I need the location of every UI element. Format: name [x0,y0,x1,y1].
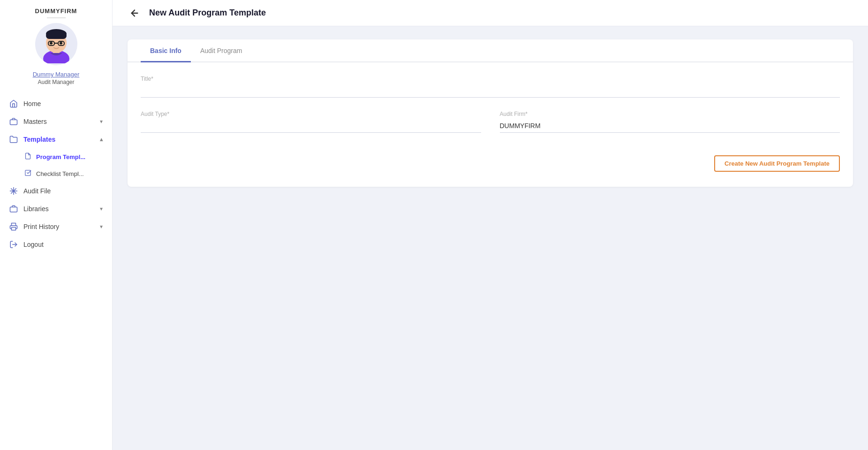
avatar-image [37,25,75,63]
audit-firm-field: Audit Firm* [500,111,840,133]
topbar: New Audit Program Template [113,0,868,26]
folder-icon [9,135,18,144]
sidebar-item-templates-label: Templates [23,136,94,143]
sidebar-item-templates[interactable]: Templates ▴ [0,130,112,148]
sidebar-item-program-templates-label: Program Templ... [36,153,85,160]
audit-firm-input[interactable] [500,119,840,133]
sidebar-item-print-history[interactable]: Print History ▾ [0,218,112,236]
form-row-audit: Audit Type* Audit Firm* [141,111,840,146]
page-title: New Audit Program Template [149,8,266,18]
sidebar-item-checklist-templates-label: Checklist Templ... [36,170,84,177]
svg-point-9 [60,42,62,45]
form-body: Title* Audit Type* Audit Firm* [128,62,853,146]
briefcase-icon [9,117,18,126]
title-field: Title* [141,76,840,98]
content-area: Basic Info Audit Program Title* Audit Ty… [113,26,868,450]
action-row: Create New Audit Program Template [128,146,853,172]
user-name[interactable]: Dummy Manager [33,71,80,78]
sidebar-item-libraries[interactable]: Libraries ▾ [0,200,112,218]
svg-rect-11 [25,170,30,175]
audit-type-label: Audit Type* [141,111,481,117]
chevron-down-icon: ▾ [100,118,103,125]
sidebar: DUMMYFIRM Dummy Manager Aud [0,0,113,450]
sidebar-item-program-templates[interactable]: Program Templ... [0,148,112,165]
svg-point-8 [50,42,53,45]
title-input[interactable] [141,84,840,98]
audit-type-input[interactable] [141,119,481,133]
back-button[interactable] [128,6,142,20]
firm-name: DUMMYFIRM [35,8,77,15]
audit-type-field: Audit Type* [141,111,481,133]
chevron-down-icon2: ▾ [100,206,103,212]
doc-icon [24,153,31,161]
svg-rect-17 [12,228,16,230]
user-role: Audit Manager [38,79,74,85]
sidebar-item-print-history-label: Print History [23,223,94,230]
tab-audit-program[interactable]: Audit Program [191,39,251,62]
asterisk-icon [9,187,18,195]
briefcase2-icon [9,205,18,213]
svg-rect-16 [10,207,17,212]
create-template-button[interactable]: Create New Audit Program Template [714,155,840,172]
logout-icon [9,240,18,249]
title-label: Title* [141,76,840,82]
printer-icon [9,222,18,231]
main-content: New Audit Program Template Basic Info Au… [113,0,868,450]
tab-basic-info[interactable]: Basic Info [141,39,191,62]
sidebar-item-masters[interactable]: Masters ▾ [0,113,112,130]
sidebar-item-logout-label: Logout [23,241,103,248]
chevron-up-icon: ▴ [100,136,103,143]
sidebar-item-libraries-label: Libraries [23,205,94,213]
form-card: Basic Info Audit Program Title* Audit Ty… [128,39,853,187]
sidebar-item-home[interactable]: Home [0,95,112,113]
sidebar-item-logout[interactable]: Logout [0,236,112,253]
svg-rect-10 [10,120,17,125]
sidebar-item-audit-file-label: Audit File [23,187,103,195]
svg-rect-4 [46,32,67,39]
check-icon [24,169,31,178]
audit-firm-label: Audit Firm* [500,111,840,117]
sidebar-nav: Home Masters ▾ Templates ▴ Program Templ… [0,95,112,253]
home-icon [9,99,18,108]
chevron-down-icon3: ▾ [100,223,103,230]
sidebar-item-audit-file[interactable]: Audit File [0,182,112,200]
tabs: Basic Info Audit Program [128,39,853,62]
sidebar-item-home-label: Home [23,100,103,107]
sidebar-divider [47,17,66,18]
sidebar-item-masters-label: Masters [23,118,94,125]
sidebar-item-checklist-templates[interactable]: Checklist Templ... [0,165,112,182]
avatar [35,23,77,65]
